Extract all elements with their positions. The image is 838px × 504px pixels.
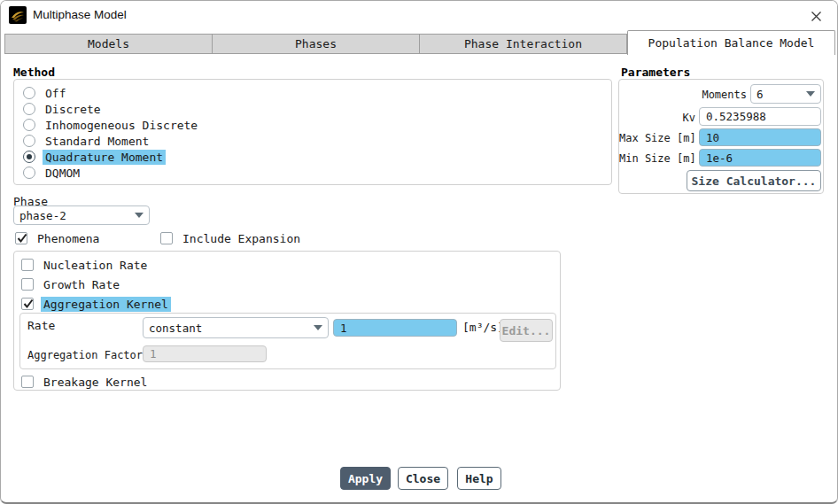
include-expansion-label[interactable]: Include Expansion xyxy=(180,231,303,246)
phenomena-group-box: Nucleation Rate Growth Rate Aggregation … xyxy=(13,251,561,391)
max-size-field[interactable]: 10 xyxy=(699,128,821,146)
include-expansion-checkbox-row[interactable]: Include Expansion xyxy=(160,231,303,245)
min-size-field[interactable]: 1e-6 xyxy=(699,149,821,167)
chevron-down-icon xyxy=(314,325,322,330)
close-icon[interactable] xyxy=(807,7,825,25)
apply-button[interactable]: Apply xyxy=(340,467,391,490)
radio-standard-moment-circle[interactable] xyxy=(23,135,35,147)
include-expansion-checkbox[interactable] xyxy=(160,232,173,244)
title-bar: Multiphase Model xyxy=(1,1,837,30)
help-button[interactable]: Help xyxy=(457,467,501,490)
aggregation-kernel-panel: Rate constant 1 [m³/s] Edit... Aggregati… xyxy=(19,313,556,369)
rate-value-field[interactable]: 1 xyxy=(333,319,457,337)
radio-inhomogeneous-discrete[interactable]: Inhomogeneous Discrete xyxy=(23,117,200,133)
aggregation-kernel-checkbox[interactable] xyxy=(21,298,34,310)
radio-standard-moment[interactable]: Standard Moment xyxy=(23,133,151,149)
breakage-kernel-label[interactable]: Breakage Kernel xyxy=(41,375,150,390)
max-size-label: Max Size [m] xyxy=(619,132,695,144)
radio-quadrature-moment-circle[interactable] xyxy=(23,151,35,163)
radio-standard-moment-label[interactable]: Standard Moment xyxy=(43,134,151,149)
moments-dropdown[interactable]: 6 xyxy=(750,84,821,104)
min-size-label: Min Size [m] xyxy=(619,152,695,165)
radio-discrete[interactable]: Discrete xyxy=(23,101,104,117)
fluent-logo-icon xyxy=(9,6,27,24)
multiphase-model-dialog: Multiphase Model Models Phases Phase Int… xyxy=(0,0,838,504)
breakage-kernel-checkbox[interactable] xyxy=(21,376,34,388)
radio-quadrature-moment-label[interactable]: Quadrature Moment xyxy=(43,150,166,165)
size-calculator-button[interactable]: Size Calculator... xyxy=(687,170,821,191)
aggregation-factor-label: Aggregation Factor xyxy=(27,349,143,361)
radio-off[interactable]: Off xyxy=(23,85,68,101)
radio-off-circle[interactable] xyxy=(23,87,35,99)
growth-rate-checkbox[interactable] xyxy=(21,278,34,291)
radio-off-label[interactable]: Off xyxy=(43,86,68,101)
moments-value: 6 xyxy=(757,88,803,101)
nucleation-rate-checkbox[interactable] xyxy=(21,259,34,271)
kv-label: Kv xyxy=(619,112,695,124)
rate-dropdown-value: constant xyxy=(149,322,310,335)
aggregation-kernel-row[interactable]: Aggregation Kernel xyxy=(21,297,171,311)
rate-dropdown[interactable]: constant xyxy=(143,317,329,338)
aggregation-factor-field: 1 xyxy=(143,345,267,362)
phenomena-label[interactable]: Phenomena xyxy=(35,231,102,246)
tab-phases[interactable]: Phases xyxy=(213,34,420,54)
kv-field[interactable]: 0.5235988 xyxy=(699,107,821,126)
parameters-group-box: Moments 6 Kv 0.5235988 Max Size [m] 10 M… xyxy=(618,79,824,194)
phase-value: phase-2 xyxy=(19,209,131,222)
window-title: Multiphase Model xyxy=(33,8,127,21)
phenomena-checkbox[interactable] xyxy=(15,232,27,244)
rate-label: Rate xyxy=(27,319,55,332)
tab-population-balance-model[interactable]: Population Balance Model xyxy=(627,30,835,55)
edit-button: Edit... xyxy=(500,319,553,342)
radio-discrete-circle[interactable] xyxy=(23,103,35,115)
radio-discrete-label[interactable]: Discrete xyxy=(43,102,104,117)
radio-inhomogeneous-discrete-circle[interactable] xyxy=(23,119,35,131)
radio-dqmom-label[interactable]: DQMOM xyxy=(43,166,82,181)
chevron-down-icon xyxy=(806,91,815,97)
radio-dqmom[interactable]: DQMOM xyxy=(23,165,82,181)
rate-unit-label: [m³/s] xyxy=(462,321,504,334)
radio-inhomogeneous-discrete-label[interactable]: Inhomogeneous Discrete xyxy=(43,118,200,133)
tab-models[interactable]: Models xyxy=(4,34,213,54)
growth-rate-label[interactable]: Growth Rate xyxy=(41,277,122,292)
nucleation-rate-row[interactable]: Nucleation Rate xyxy=(21,258,150,272)
nucleation-rate-label[interactable]: Nucleation Rate xyxy=(41,258,150,273)
parameters-group-label: Parameters xyxy=(621,66,690,79)
method-group-box: Off Discrete Inhomogeneous Discrete Stan… xyxy=(13,79,612,185)
growth-rate-row[interactable]: Growth Rate xyxy=(21,277,122,291)
tab-bar: Models Phases Phase Interaction Populati… xyxy=(4,30,835,55)
aggregation-kernel-label[interactable]: Aggregation Kernel xyxy=(41,297,171,312)
phase-dropdown[interactable]: phase-2 xyxy=(13,205,150,225)
tab-phase-interaction[interactable]: Phase Interaction xyxy=(420,34,627,54)
chevron-down-icon xyxy=(135,213,144,218)
radio-quadrature-moment[interactable]: Quadrature Moment xyxy=(23,149,166,165)
method-group-label: Method xyxy=(13,66,55,79)
moments-label: Moments xyxy=(619,89,747,101)
breakage-kernel-row[interactable]: Breakage Kernel xyxy=(21,375,150,389)
close-button[interactable]: Close xyxy=(398,467,448,490)
radio-dqmom-circle[interactable] xyxy=(23,167,35,179)
phenomena-checkbox-row[interactable]: Phenomena xyxy=(15,231,102,245)
